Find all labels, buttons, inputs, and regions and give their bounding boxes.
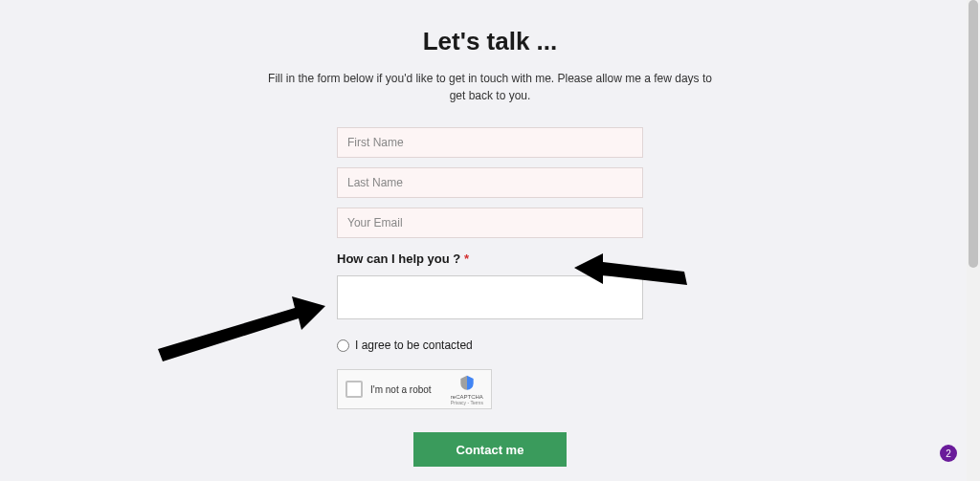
required-mark: * <box>464 251 469 266</box>
consent-row: I agree to be contacted <box>337 339 643 352</box>
consent-radio[interactable] <box>337 339 349 352</box>
page-subtitle: Fill in the form below if you'd like to … <box>260 70 720 104</box>
help-textarea[interactable] <box>337 275 643 319</box>
recaptcha-checkbox[interactable] <box>345 381 363 398</box>
contact-form: How can I help you ? * I agree to be con… <box>337 127 643 481</box>
recaptcha-widget[interactable]: I'm not a robot reCAPTCHA Privacy - Term… <box>337 369 492 409</box>
page-title: Let's talk ... <box>423 27 558 56</box>
contact-form-container: Let's talk ... Fill in the form below if… <box>0 0 980 481</box>
submit-button[interactable]: Contact me <box>413 432 567 467</box>
consent-label: I agree to be contacted <box>355 339 473 352</box>
recaptcha-text: I'm not a robot <box>370 384 443 395</box>
scrollbar[interactable] <box>967 0 980 481</box>
email-input[interactable] <box>337 208 643 238</box>
recaptcha-logo: reCAPTCHA Privacy - Terms <box>451 374 483 405</box>
help-label: How can I help you ? * <box>337 251 643 266</box>
first-name-input[interactable] <box>337 127 643 158</box>
recaptcha-icon <box>457 374 477 393</box>
scrollbar-thumb[interactable] <box>969 0 978 268</box>
last-name-input[interactable] <box>337 167 643 198</box>
notification-badge[interactable]: 2 <box>940 445 957 462</box>
